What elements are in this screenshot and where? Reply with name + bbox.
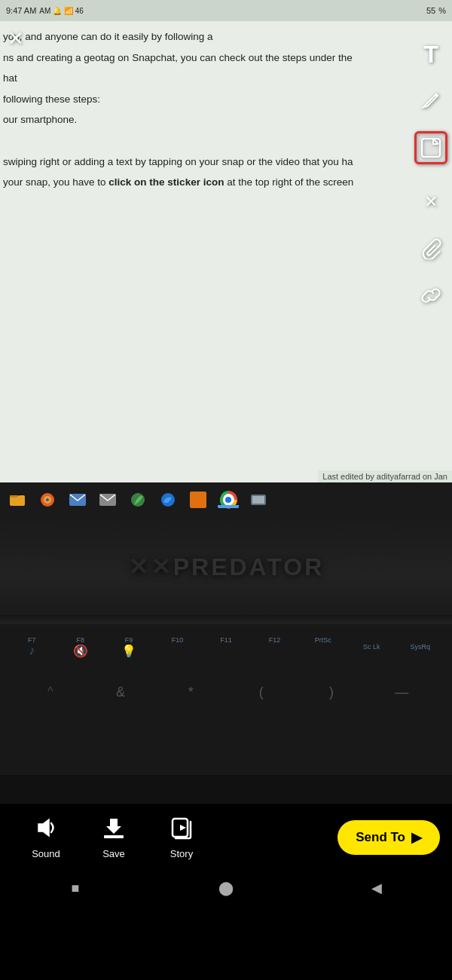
taskbar-mail2-icon[interactable] bbox=[96, 488, 119, 511]
doc-line-6 bbox=[3, 133, 407, 149]
bottom-action-bar: Sound Save Story Send To ▶ bbox=[0, 804, 452, 871]
svg-rect-0 bbox=[422, 139, 440, 157]
taskbar bbox=[0, 482, 452, 517]
openparen-key[interactable]: ( bbox=[246, 684, 276, 700]
document-area: 9:47 AM AM 🔔 📶 46 55 % ✕ you, and anyone… bbox=[0, 0, 452, 482]
f10-key[interactable]: F10 bbox=[163, 636, 193, 657]
shift-key[interactable]: ^ bbox=[35, 685, 66, 699]
symbol-key-row: ^ & * ( ) — bbox=[0, 669, 452, 715]
keyboard-area: F7 ♪ F8 🔇 F9 💡 F10 F11 F12 bbox=[0, 624, 452, 775]
taskbar-leaf-icon[interactable] bbox=[127, 488, 149, 511]
sound-button[interactable]: Sound bbox=[12, 816, 80, 859]
status-bar: 9:47 AM AM 🔔 📶 46 55 % bbox=[0, 0, 452, 21]
nav-home-button[interactable]: ⬤ bbox=[215, 877, 237, 899]
pen-tool-button[interactable] bbox=[414, 84, 447, 118]
story-button[interactable]: Story bbox=[148, 816, 215, 859]
taskbar-firefox-icon[interactable] bbox=[36, 488, 59, 511]
taskbar-mail1-icon[interactable] bbox=[66, 488, 89, 511]
doc-line-8: your snap, you have to click on the stic… bbox=[3, 174, 407, 191]
close-button[interactable]: ✕ bbox=[8, 27, 24, 51]
svg-marker-15 bbox=[38, 819, 49, 836]
send-to-arrow-icon: ▶ bbox=[411, 829, 422, 846]
text-tool-button[interactable]: T bbox=[414, 38, 447, 71]
laptop-logo-area: ✕✕PREDATOR bbox=[0, 517, 452, 615]
taskbar-orange-icon[interactable] bbox=[187, 488, 209, 511]
doc-line-4: following these steps: bbox=[3, 91, 407, 108]
send-to-label: Send To bbox=[356, 830, 405, 845]
sound-icon bbox=[34, 816, 58, 845]
hinge-area bbox=[0, 615, 452, 624]
f8-key[interactable]: F8 🔇 bbox=[66, 636, 96, 658]
f7-key[interactable]: F7 ♪ bbox=[17, 636, 47, 657]
svg-point-12 bbox=[225, 497, 231, 503]
status-time: 9:47 AM bbox=[6, 6, 36, 15]
fn-key-row: F7 ♪ F8 🔇 F9 💡 F10 F11 F12 bbox=[0, 624, 452, 669]
laptop-area: ✕✕PREDATOR F7 ♪ F8 🔇 F9 💡 F10 bbox=[0, 517, 452, 804]
save-label: Save bbox=[102, 848, 125, 859]
svg-rect-10 bbox=[190, 492, 206, 508]
x-icon-mid[interactable]: ✕ bbox=[414, 185, 447, 219]
svg-point-5 bbox=[46, 498, 49, 501]
f9-key[interactable]: F9 💡 bbox=[114, 636, 144, 658]
f11-key[interactable]: F11 bbox=[211, 636, 241, 657]
laptop-brand-logo: ✕✕PREDATOR bbox=[128, 550, 325, 582]
attachment-tool-button[interactable] bbox=[414, 232, 447, 265]
taskbar-folder-icon[interactable] bbox=[6, 488, 29, 511]
story-icon bbox=[170, 816, 194, 845]
battery-icon: % bbox=[438, 6, 446, 15]
save-button[interactable]: Save bbox=[80, 816, 148, 859]
prtsc-key[interactable]: PrtSc bbox=[308, 636, 338, 657]
svg-rect-2 bbox=[10, 495, 17, 498]
taskbar-drive-icon[interactable] bbox=[247, 488, 270, 511]
doc-line-7: swiping right or adding a text by tappin… bbox=[3, 154, 407, 170]
doc-line-3: hat bbox=[3, 70, 407, 87]
dash-key[interactable]: — bbox=[386, 684, 417, 700]
status-icons: AM 🔔 📶 46 bbox=[39, 7, 83, 15]
nav-recent-button[interactable]: ■ bbox=[65, 877, 86, 899]
doc-line-1: you, and anyone can do it easily by foll… bbox=[3, 29, 407, 45]
status-bar-right: 55 % bbox=[426, 6, 446, 15]
link-tool-button[interactable] bbox=[414, 279, 447, 312]
sticker-tool-button[interactable] bbox=[414, 131, 447, 164]
sound-label: Sound bbox=[32, 848, 60, 859]
doc-line-2: ns and creating a geotag on Snapchat, yo… bbox=[3, 50, 407, 66]
doc-line-5: our smartphone. bbox=[3, 112, 407, 128]
battery-percent: 55 bbox=[426, 6, 435, 15]
last-edited-label: Last edited by adityafarrad on Jan bbox=[318, 470, 452, 482]
right-toolbar: T ✕ bbox=[414, 38, 447, 312]
svg-rect-16 bbox=[104, 835, 124, 838]
nav-back-button[interactable]: ◀ bbox=[366, 877, 387, 899]
taskbar-chrome-icon[interactable] bbox=[217, 488, 240, 511]
ampersand-key[interactable]: & bbox=[105, 684, 136, 700]
send-to-button[interactable]: Send To ▶ bbox=[337, 820, 440, 855]
f12-key[interactable]: F12 bbox=[259, 636, 289, 657]
story-label: Story bbox=[170, 848, 193, 859]
closeparen-key[interactable]: ) bbox=[316, 684, 347, 700]
sysrq-key[interactable]: SysRq bbox=[405, 643, 435, 651]
asterisk-key[interactable]: * bbox=[176, 684, 206, 700]
status-bar-left: 9:47 AM AM 🔔 📶 46 bbox=[6, 6, 84, 15]
svg-rect-14 bbox=[252, 496, 264, 504]
sclk-key[interactable]: Sc Lk bbox=[356, 643, 386, 651]
document-content: you, and anyone can do it easily by foll… bbox=[0, 21, 452, 482]
save-icon bbox=[102, 816, 125, 845]
taskbar-edge-icon[interactable] bbox=[157, 488, 179, 511]
android-nav-bar: ■ ⬤ ◀ bbox=[0, 871, 452, 905]
